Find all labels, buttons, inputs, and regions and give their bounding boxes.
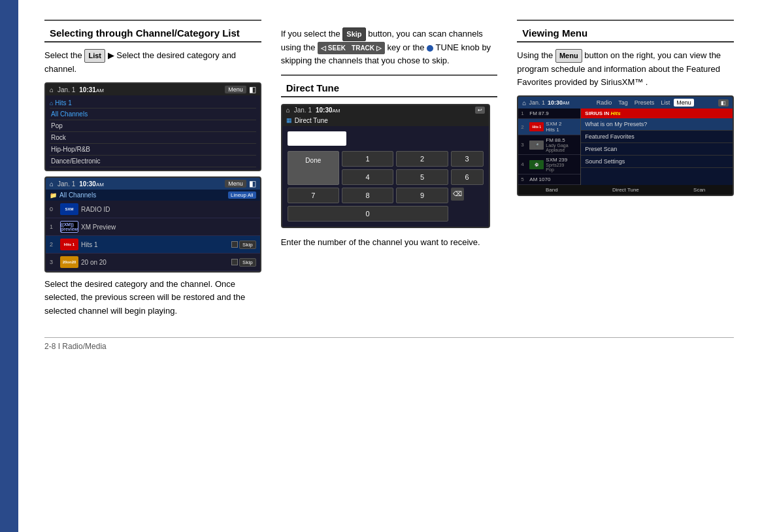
vm-menu-header: SIRIUS IN Hits — [581, 108, 733, 118]
list-item: Rock — [50, 132, 256, 144]
sirius-xm-logo-text: SIRIUS IN — [585, 110, 609, 116]
list-item: Pop — [50, 120, 256, 132]
xm-logo-1: ((XM))preview — [60, 221, 78, 233]
vm-channel-list: 1 FM 87.9 2 Hits 1 SXM 2Hits 1 3 🎤 FM 88… — [518, 108, 580, 185]
col2-intro-text: If you select the Skip button, you can s… — [281, 27, 498, 68]
screen1-menu-btn: Menu — [225, 86, 246, 93]
col1-intro-text: Select the List ▶ Select the desired cat… — [44, 49, 261, 76]
skip-button-inline: Skip — [342, 27, 365, 41]
col3-section: Viewing Menu Using the Menu button on th… — [517, 20, 734, 324]
checkbox-hits1 — [231, 241, 238, 248]
list-item: Dance/Electronic — [50, 156, 256, 167]
col3-section-title: Viewing Menu — [517, 27, 734, 42]
vm-date: Jan. 1 — [529, 99, 545, 106]
dt-screen-header: ⌂ Jan. 1 10:30AM ↩ — [282, 105, 489, 115]
col1-section: Selecting through Channel/Category List … — [44, 20, 261, 324]
list-item: 2 Hits 1 SXM 2Hits 1 — [518, 119, 580, 135]
col1-body-text: Select the desired category and the chan… — [44, 278, 261, 317]
dt-key-2: 2 — [396, 151, 448, 167]
sxm-logo-0: SXM — [60, 203, 78, 215]
tune-knob-icon — [427, 45, 433, 52]
screen1-category-list: ⌂ Jan. 1 10:31AM Menu ◧ ⌂ Hits 1 All Cha… — [44, 82, 261, 171]
viewing-menu-screen: ⌂ Jan. 1 10:30AM Radio Tag Presets List … — [517, 95, 734, 196]
direct-tune-divider — [281, 75, 498, 76]
dt-back-btn: ↩ — [475, 107, 485, 114]
col2-body-text: Enter the number of the channel you want… — [281, 236, 498, 249]
lady-gaga-logo: 🎤 — [529, 141, 544, 150]
screen1-hits1: ⌂ Hits 1 — [50, 98, 256, 108]
dt-done-btn: Done — [288, 151, 339, 185]
screen1-header: ⌂ Jan. 1 10:31AM Menu ◧ — [46, 84, 260, 95]
home-icon-dt: ⌂ — [286, 107, 290, 114]
vm-scan-btn: Scan — [691, 186, 707, 193]
direct-tune-icon: ▦ — [286, 117, 292, 124]
seek-button-inline: ◁ SEEK — [318, 42, 349, 55]
col2-section: If you select the Skip button, you can s… — [281, 20, 498, 324]
list-item: 0 SXM RADIO ID — [46, 201, 260, 218]
screen2-date: Jan. 1 — [58, 180, 75, 188]
list-item: 1 FM 87.9 — [518, 108, 580, 119]
vm-body: 1 FM 87.9 2 Hits 1 SXM 2Hits 1 3 🎤 FM 88… — [518, 108, 733, 185]
list-item: 4 ⚽ SXM 239 Sprts239Pop — [518, 155, 580, 175]
hits-overlay-logo: Hits — [610, 110, 620, 116]
col1-section-title: Selecting through Channel/Category List — [44, 27, 261, 42]
direct-tune-screen: ⌂ Jan. 1 10:30AM ↩ ▦ Direct Tune 1 2 3 D… — [281, 104, 490, 228]
list-item: 3 20on20 20 on 20 Skip — [46, 254, 260, 271]
vm-header: ⌂ Jan. 1 10:30AM Radio Tag Presets List … — [518, 97, 733, 108]
sidebar — [0, 0, 18, 532]
vm-time: 10:30AM — [548, 99, 570, 106]
screen1-back-icon: ◧ — [249, 85, 256, 94]
screen1-time: 10:31AM — [79, 86, 104, 93]
home-icon-s2: ⌂ — [50, 180, 54, 188]
dt-key-6: 6 — [451, 169, 484, 185]
screen2-section-header: 📁 All Channels Lineup All — [46, 190, 260, 201]
screen2-body: 📁 All Channels Lineup All 0 SXM RADIO ID… — [46, 190, 260, 271]
footer-text: 2-8 I Radio/Media — [44, 342, 107, 351]
screen2-back-icon: ◧ — [249, 179, 256, 188]
dt-key-7: 7 — [288, 188, 339, 203]
screen2-header: ⌂ Jan. 1 10:30AM Menu ◧ — [46, 178, 260, 190]
dt-title-bar: ▦ Direct Tune — [282, 115, 489, 126]
track-button-inline: TRACK ▷ — [348, 42, 385, 55]
dt-key-3: 3 — [451, 151, 484, 167]
hits1-logo-2: Hits 1 — [60, 239, 78, 250]
list-item: All Channels — [50, 108, 256, 120]
list-item: Featured Favorites — [581, 131, 733, 143]
home-icon-vm: ⌂ — [522, 99, 526, 107]
col2-section-title: Direct Tune — [281, 82, 498, 97]
list-item: 1 ((XM))preview XM Preview — [46, 218, 260, 236]
dt-key-1: 1 — [342, 151, 393, 167]
twenty-logo-3: 20on20 — [60, 256, 78, 268]
list-item: What is on My Presets? — [581, 118, 733, 131]
list-item: 2 Hits 1 Hits 1 Skip — [46, 236, 260, 254]
dt-time: 10:30AM — [316, 107, 340, 114]
list-item: 3 🎤 FM 88.5 Lady GagaApplause — [518, 135, 580, 155]
list-item: Preset Scan — [581, 143, 733, 156]
vm-tab-menu: Menu — [674, 99, 694, 107]
page-footer: 2-8 I Radio/Media — [44, 337, 734, 351]
skip-btn-2020: Skip — [239, 258, 256, 267]
skip-btn-hits1: Skip — [239, 241, 256, 249]
vm-band-btn: Band — [544, 186, 560, 193]
vm-direct-tune-btn: Direct Tune — [610, 186, 641, 193]
pop-logo: ⚽ — [529, 160, 544, 169]
list-item: 5 AM 1070 — [518, 175, 580, 185]
vm-lady-gaga: Lady GagaApplause — [546, 143, 568, 152]
screen2-channel-list: ⌂ Jan. 1 10:30AM Menu ◧ 📁 All Channels L… — [44, 176, 261, 273]
vm-footer: Band Direct Tune Scan — [518, 185, 733, 195]
folder-icon: 📁 — [50, 192, 57, 199]
home-icon-s1: ⌂ — [50, 86, 54, 93]
screen1-category-list-items: All Channels Pop Rock Hip-Hop/R&B Dance/… — [50, 108, 256, 167]
screen2-time: 10:30AM — [79, 180, 104, 188]
vm-sports: Sprts239Pop — [546, 163, 567, 172]
dt-key-4: 4 — [342, 169, 393, 185]
list-button-inline: List — [84, 49, 105, 63]
dt-date: Jan. 1 — [294, 107, 312, 114]
vm-tab-list: List — [658, 99, 672, 107]
dt-key-8: 8 — [342, 188, 393, 203]
vm-tab-presets: Presets — [632, 99, 657, 107]
dt-key-9: 9 — [396, 188, 448, 203]
dt-key-5: 5 — [396, 169, 448, 185]
screen1-date: Jan. 1 — [58, 86, 75, 93]
vm-tabs: Radio Tag Presets List Menu — [594, 99, 694, 107]
